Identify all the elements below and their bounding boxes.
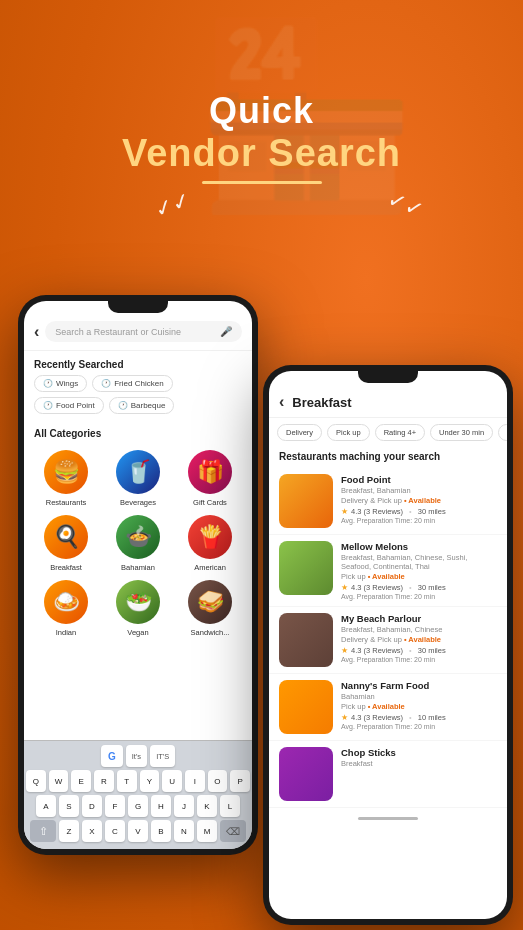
key-j[interactable]: J (174, 795, 194, 817)
restaurant-mellow-melons[interactable]: Mellow Melons Breakfast, Bahamian, Chine… (269, 535, 507, 607)
star-icon: ★ (341, 507, 348, 516)
restaurant-nannys-farm[interactable]: Nanny's Farm Food Bahamian Pick up • Ava… (269, 674, 507, 741)
chip-under30[interactable]: Under 30 min (430, 424, 493, 441)
key-b[interactable]: B (151, 820, 171, 842)
left-phone-inner: ‹ Search a Restaurant or Cuisine 🎤 Recen… (24, 301, 252, 849)
nannys-farm-delivery: Pick up • Available (341, 702, 497, 711)
key-a[interactable]: A (36, 795, 56, 817)
star-icon-2: ★ (341, 583, 348, 592)
category-img-sandwich: 🥪 (188, 580, 232, 624)
key-v[interactable]: V (128, 820, 148, 842)
chip-more[interactable]: U... (498, 424, 507, 441)
category-restaurants[interactable]: 🍔 Restaurants (34, 450, 98, 507)
nannys-farm-available: • Available (368, 702, 405, 711)
food-point-info: Food Point Breakfast, Bahamian Delivery … (341, 474, 497, 528)
category-label-giftcards: Gift Cards (193, 498, 227, 507)
category-img-giftcards: 🎁 (188, 450, 232, 494)
key-o[interactable]: O (208, 770, 228, 792)
key-f[interactable]: F (105, 795, 125, 817)
category-sandwich[interactable]: 🥪 Sandwich... (178, 580, 242, 637)
category-indian[interactable]: 🍛 Indian (34, 580, 98, 637)
nannys-farm-distance: 10 miles (418, 713, 446, 722)
search-placeholder: Search a Restaurant or Cuisine (55, 327, 181, 337)
key-r[interactable]: R (94, 770, 114, 792)
notch-left (108, 301, 168, 313)
chip-rating[interactable]: Rating 4+ (375, 424, 425, 441)
key-t[interactable]: T (117, 770, 137, 792)
category-img-restaurants: 🍔 (44, 450, 88, 494)
tag-food-point[interactable]: 🕐 Food Point (34, 397, 104, 414)
key-d[interactable]: D (82, 795, 102, 817)
phones-area: ‹ Search a Restaurant or Cuisine 🎤 Recen… (0, 265, 523, 930)
key-backspace[interactable]: ⌫ (220, 820, 246, 842)
tag-wings[interactable]: 🕐 Wings (34, 375, 87, 392)
food-point-distance: 30 miles (418, 507, 446, 516)
tag-barbeque[interactable]: 🕐 Barbeque (109, 397, 175, 414)
key-q[interactable]: Q (26, 770, 46, 792)
key-g[interactable]: G (128, 795, 148, 817)
mellow-melons-name: Mellow Melons (341, 541, 497, 552)
tags-row: 🕐 Wings 🕐 Fried Chicken 🕐 Food Point 🕐 B… (24, 375, 252, 420)
dot-sep-3: • (409, 646, 412, 655)
results-section-title: Restaurants maching your search (269, 447, 507, 468)
keyboard-row3: ⇧ Z X C V B N M ⌫ (26, 820, 250, 842)
chop-sticks-info: Chop Sticks Breakfast (341, 747, 497, 801)
key-z[interactable]: Z (59, 820, 79, 842)
quick-label: Quick (0, 90, 523, 132)
restaurant-food-point[interactable]: Food Point Breakfast, Bahamian Delivery … (269, 468, 507, 535)
key-n[interactable]: N (174, 820, 194, 842)
back-button-right[interactable]: ‹ (279, 393, 284, 411)
beach-parlour-img (279, 613, 333, 667)
category-label-beverages: Beverages (120, 498, 156, 507)
category-img-beverages: 🥤 (116, 450, 160, 494)
category-breakfast[interactable]: 🍳 Breakfast (34, 515, 98, 572)
keyboard: G It's IT'S Q W E R T Y U I O P (24, 740, 252, 849)
google-key[interactable]: G (101, 745, 123, 767)
nannys-farm-rating: ★ 4.3 (3 Reviews) • 10 miles (341, 713, 497, 722)
key-y[interactable]: Y (140, 770, 160, 792)
key-m[interactable]: M (197, 820, 217, 842)
food-point-prep: Avg. Preparation Time: 20 min (341, 517, 497, 524)
back-button-left[interactable]: ‹ (34, 323, 39, 341)
restaurant-chop-sticks[interactable]: Chop Sticks Breakfast (269, 741, 507, 808)
tag-fried-chicken[interactable]: 🕐 Fried Chicken (92, 375, 172, 392)
beach-parlour-available: • Available (404, 635, 441, 644)
key-e[interactable]: E (71, 770, 91, 792)
category-label-bahamian: Bahamian (121, 563, 155, 572)
restaurant-beach-parlour[interactable]: My Beach Parlour Breakfast, Bahamian, Ch… (269, 607, 507, 674)
food-point-available: • Available (404, 496, 441, 505)
category-bahamian[interactable]: 🍲 Bahamian (106, 515, 170, 572)
category-american[interactable]: 🍟 American (178, 515, 242, 572)
key-s[interactable]: S (59, 795, 79, 817)
nannys-farm-name: Nanny's Farm Food (341, 680, 497, 691)
right-phone-inner: ‹ Breakfast Delivery Pick up Rating 4+ U… (269, 371, 507, 919)
chip-pickup[interactable]: Pick up (327, 424, 370, 441)
key-p[interactable]: P (230, 770, 250, 792)
home-indicator-right (269, 808, 507, 828)
key-c[interactable]: C (105, 820, 125, 842)
chip-delivery[interactable]: Delivery (277, 424, 322, 441)
key-k[interactable]: K (197, 795, 217, 817)
category-grid: 🍔 Restaurants 🥤 Beverages 🎁 Gift Cards 🍳… (24, 444, 252, 643)
search-input[interactable]: Search a Restaurant or Cuisine 🎤 (45, 321, 242, 342)
key-h[interactable]: H (151, 795, 171, 817)
keyboard-google-row: G It's IT'S (26, 745, 250, 767)
key-l[interactable]: L (220, 795, 240, 817)
filter-chips: Delivery Pick up Rating 4+ Under 30 min … (269, 418, 507, 447)
key-u[interactable]: U (162, 770, 182, 792)
header-section: ✓✓ ✓✓ Quick Vendor Search (0, 90, 523, 184)
category-vegan[interactable]: 🥗 Vegan (106, 580, 170, 637)
key-w[interactable]: W (49, 770, 69, 792)
key-x[interactable]: X (82, 820, 102, 842)
its-key[interactable]: It's (126, 745, 147, 767)
its-caps-key[interactable]: IT'S (150, 745, 175, 767)
mic-icon[interactable]: 🎤 (220, 326, 232, 337)
category-label-sandwich: Sandwich... (191, 628, 230, 637)
food-point-rating-val: 4.3 (3 Reviews) (351, 507, 403, 516)
notch-right (358, 371, 418, 383)
category-beverages[interactable]: 🥤 Beverages (106, 450, 170, 507)
category-gift-cards[interactable]: 🎁 Gift Cards (178, 450, 242, 507)
star-icon-4: ★ (341, 713, 348, 722)
key-shift[interactable]: ⇧ (30, 820, 56, 842)
key-i[interactable]: I (185, 770, 205, 792)
